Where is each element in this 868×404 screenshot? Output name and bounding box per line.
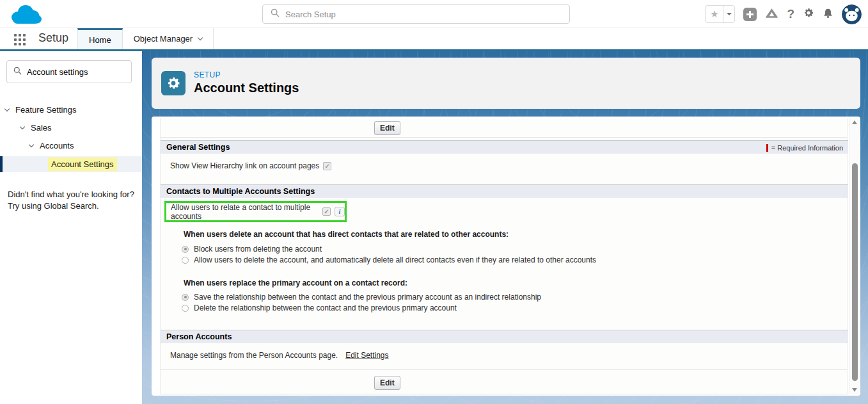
classic-settings-frame: Edit General Settings = Required Informa…	[160, 118, 848, 394]
app-name-label: Setup	[38, 31, 68, 45]
page-eyebrow: SETUP	[194, 70, 221, 79]
page-title: Account Settings	[194, 81, 299, 95]
radio-row-delete-relationship: Delete the relationship between the cont…	[182, 303, 457, 312]
setup-gear-icon[interactable]	[803, 7, 814, 21]
sidebar-item-sales[interactable]: Sales	[0, 120, 142, 135]
frame-scrollbar[interactable]	[849, 118, 859, 394]
scrollbar-thumb[interactable]	[852, 163, 858, 381]
favorites-group: ★	[705, 5, 735, 23]
tab-object-manager-label: Object Manager	[134, 34, 193, 44]
setup-sidebar: Feature Settings Sales Accounts Account …	[0, 51, 142, 404]
radio-row-save-relationship: Save the relationship between the contac…	[182, 293, 541, 302]
required-marker-icon	[766, 144, 768, 152]
replace-primary-question: When users replace the primary account o…	[184, 279, 407, 287]
edit-button-top[interactable]: Edit	[374, 121, 400, 135]
radio-row-block-users: Block users from deleting the account	[182, 245, 322, 254]
sidebar-search-input[interactable]	[27, 67, 116, 77]
scroll-up-arrow-icon[interactable]	[852, 120, 857, 124]
section-header-contacts-multiple-accounts: Contacts to Multiple Accounts Settings	[161, 184, 848, 198]
tree-item-label-highlighted: Account Settings	[48, 158, 117, 171]
favorites-dropdown-button[interactable]	[723, 6, 734, 22]
chevron-down-icon	[198, 35, 203, 40]
bottom-button-row: Edit	[161, 369, 847, 394]
edit-settings-link[interactable]: Edit Settings	[345, 351, 388, 360]
tree-item-label: Sales	[31, 123, 52, 133]
required-legend: = Required Information	[766, 141, 843, 154]
radio-label: Save the relationship between the contac…	[194, 293, 541, 302]
radio-unselected-disabled[interactable]	[182, 305, 189, 312]
page-header-card: SETUP Account Settings	[152, 58, 860, 109]
radio-label: Block users from deleting the account	[194, 245, 322, 254]
tree-item-label: Accounts	[40, 141, 74, 150]
user-avatar[interactable]	[842, 4, 862, 24]
top-button-row: Edit	[161, 118, 847, 138]
highlight-annotation-box: Allow users to relate a contact to multi…	[164, 201, 347, 222]
sidebar-search	[6, 60, 132, 83]
help-icon[interactable]: ?	[787, 7, 794, 21]
sidebar-item-accounts[interactable]: Accounts	[0, 138, 142, 153]
global-search	[262, 4, 570, 24]
delete-account-question: When users delete an account that has di…	[184, 230, 509, 239]
info-icon[interactable]: i	[335, 207, 345, 216]
quick-create-button[interactable]	[743, 8, 757, 21]
help-line-1: Didn't find what you're looking for?	[8, 189, 134, 200]
section-header-person-accounts: Person Accounts	[161, 330, 848, 343]
chevron-down-icon	[4, 106, 10, 111]
radio-unselected-disabled[interactable]	[182, 257, 189, 264]
sidebar-help-text: Didn't find what you're looking for? Try…	[8, 189, 134, 212]
main-background: SETUP Account Settings Edit General Sett…	[142, 51, 868, 404]
required-legend-text: = Required Information	[771, 141, 843, 154]
setup-tab-bar: Setup Home Object Manager	[0, 28, 868, 51]
section-title: Contacts to Multiple Accounts Settings	[166, 187, 315, 196]
radio-label: Allow users to delete the account, and a…	[194, 255, 596, 264]
allow-relate-label: Allow users to relate a contact to multi…	[171, 203, 319, 221]
salesforce-logo-icon	[8, 2, 42, 29]
help-line-2: Try using Global Search.	[8, 200, 134, 212]
section-header-general-settings: General Settings = Required Information	[161, 140, 848, 154]
chevron-down-icon	[20, 124, 25, 129]
tab-object-manager[interactable]: Object Manager	[123, 28, 214, 49]
radio-selected-disabled[interactable]	[182, 246, 189, 253]
scroll-down-arrow-icon[interactable]	[852, 388, 857, 392]
tabs: Home Object Manager	[77, 28, 214, 49]
favorites-star-button[interactable]: ★	[706, 6, 723, 22]
section-title: General Settings	[166, 143, 230, 152]
global-search-input[interactable]	[285, 10, 569, 19]
radio-row-allow-delete: Allow users to delete the account, and a…	[182, 255, 596, 264]
notifications-bell-icon[interactable]	[823, 8, 833, 21]
person-accounts-text: Manage settings from the Person Accounts…	[170, 351, 338, 360]
content-card: Edit General Settings = Required Informa…	[152, 117, 860, 396]
trailhead-icon[interactable]	[765, 8, 778, 21]
app-launcher-icon[interactable]	[14, 34, 26, 45]
global-header: ★ ?	[0, 0, 868, 28]
radio-label: Delete the relationship between the cont…	[194, 303, 457, 312]
header-actions: ★ ?	[705, 4, 862, 24]
sidebar-item-feature-settings[interactable]: Feature Settings	[0, 102, 142, 117]
hierarchy-setting-label: Show View Hierarchy link on account page…	[170, 161, 319, 170]
account-settings-gear-icon	[161, 71, 185, 95]
tree-item-label: Feature Settings	[15, 105, 76, 115]
section-title: Person Accounts	[166, 332, 232, 341]
sidebar-item-account-settings[interactable]: Account Settings	[0, 156, 142, 172]
radio-selected-disabled[interactable]	[182, 294, 189, 301]
tab-home[interactable]: Home	[77, 28, 123, 49]
edit-button-bottom[interactable]: Edit	[374, 376, 400, 390]
person-accounts-row: Manage settings from the Person Accounts…	[170, 351, 389, 360]
search-icon	[13, 66, 22, 77]
search-icon	[271, 8, 280, 20]
chevron-down-icon	[29, 141, 34, 147]
tab-home-label: Home	[89, 35, 111, 45]
allow-relate-checkbox-checked-disabled[interactable]: ✓	[322, 207, 331, 216]
hierarchy-setting-row: Show View Hierarchy link on account page…	[170, 161, 331, 170]
caret-down-icon	[727, 13, 732, 15]
hierarchy-checkbox-checked-disabled[interactable]: ✓	[323, 162, 331, 170]
